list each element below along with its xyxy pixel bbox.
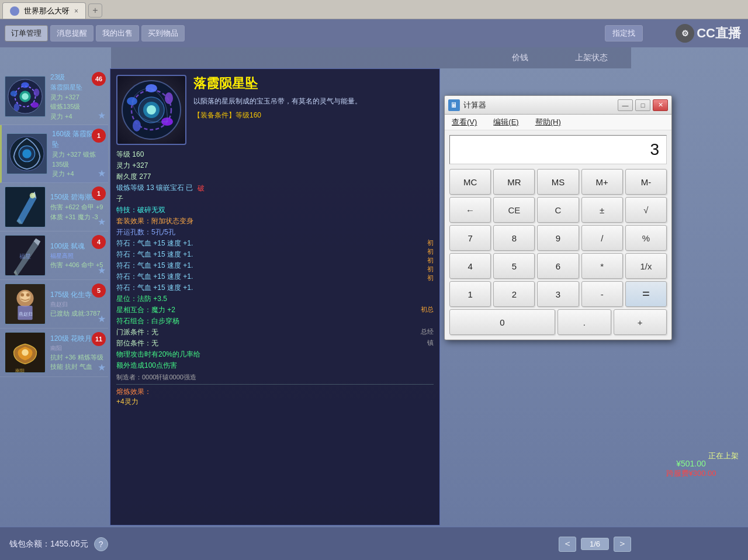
star-badge: 1 xyxy=(92,129,106,143)
cc-watermark: ⚙ CC直播 xyxy=(676,24,741,43)
calc-menu-edit[interactable]: 编辑(E) xyxy=(491,116,521,129)
tooltip-pos-cond: 部位条件：无 xyxy=(116,338,158,348)
calc-mplus-btn[interactable]: M+ xyxy=(581,169,623,195)
page-prev-btn[interactable]: ＜ xyxy=(559,537,576,552)
tooltip-gem-1: 符石：气血 +15 速度 +1. xyxy=(116,238,193,248)
price-area: ¥501.00 跨服费¥300.00 xyxy=(634,459,748,479)
calc-close-btn[interactable]: ✕ xyxy=(653,99,668,111)
calc-row-0: 0 . + xyxy=(449,309,667,335)
calc-9-btn[interactable]: 9 xyxy=(537,225,579,251)
star-icon: ★ xyxy=(98,313,106,324)
calc-ce-btn[interactable]: CE xyxy=(493,197,535,223)
calc-mc-btn[interactable]: MC xyxy=(449,169,491,195)
list-item[interactable]: 23级 落霞陨星坠 灵力 +327 锻炼135级 灵力 +4 46 ★ xyxy=(0,68,108,125)
tooltip-skill: 物理攻击时有20%的几率给 xyxy=(116,350,434,359)
calc-mminus-btn[interactable]: M- xyxy=(625,169,667,195)
calc-dot-btn[interactable]: . xyxy=(557,309,611,335)
my-items-btn[interactable]: 我的出售 xyxy=(96,25,139,42)
wallet-value: 1455.05元 xyxy=(50,539,88,549)
svg-point-24 xyxy=(20,293,24,296)
find-btn[interactable]: 指定找 xyxy=(605,25,643,42)
calc-6-btn[interactable]: 6 xyxy=(537,253,579,279)
calc-minimize-btn[interactable]: — xyxy=(618,99,633,111)
tab-favicon xyxy=(10,6,19,16)
list-item[interactable]: 燕赵归 175级 化生寺 燕赵归 已渡劫 成就:3787 5 ★ xyxy=(0,280,108,329)
calc-1-btn[interactable]: 1 xyxy=(449,281,491,307)
svg-point-5 xyxy=(14,103,20,112)
calc-maximize-btn[interactable]: □ xyxy=(635,99,650,111)
calc-row-memory: MC MR MS M+ M- xyxy=(449,169,667,195)
calc-display: 3 xyxy=(449,135,667,164)
price-col-header: 价钱 xyxy=(512,53,528,63)
calc-multiply-btn[interactable]: * xyxy=(581,253,623,279)
calc-sqrt-btn[interactable]: √ xyxy=(625,197,667,223)
calc-backspace-btn[interactable]: ← xyxy=(449,197,491,223)
calc-0-btn[interactable]: 0 xyxy=(449,309,555,335)
tooltip-gem-combo: 符石组合：白步穿杨 xyxy=(116,316,434,326)
tooltip-anchor: 镇 xyxy=(427,338,434,350)
tab-label: 世界那么大呀 xyxy=(24,6,70,16)
tooltip-extra-4: 初 xyxy=(427,265,434,274)
calc-title: 计算器 xyxy=(463,100,618,110)
tooltip-refine: 熔炼效果： xyxy=(116,387,434,397)
calc-sign-btn[interactable]: ± xyxy=(581,197,623,223)
page-indicator: 1/6 xyxy=(581,538,609,550)
svg-text:南阳: 南阳 xyxy=(15,368,25,373)
calc-minus-btn[interactable]: - xyxy=(581,281,623,307)
list-item[interactable]: 150级 碧海潮生 伤害 +622 命甲 +9 体质 +31 魔力 -3 1 ★ xyxy=(0,183,108,231)
tab-close-btn[interactable]: × xyxy=(74,7,78,15)
svg-point-8 xyxy=(22,93,29,100)
msg-alert-btn[interactable]: 消息提醒 xyxy=(50,25,94,42)
tooltip-forge-broken: 破 xyxy=(198,184,205,193)
calc-reciprocal-btn[interactable]: 1/x xyxy=(625,253,667,279)
list-item[interactable]: 160级 落霞陨星坠 灵力 +327 锻炼135级 灵力 +4 1 ★ xyxy=(0,125,108,183)
calc-5-btn[interactable]: 5 xyxy=(493,253,535,279)
list-item[interactable]: 南阳 120级 花映月 南阳 抗封 +36 精炼等级 技能 抗封 气血 11 ★ xyxy=(0,329,108,377)
order-mgmt-btn[interactable]: 订单管理 xyxy=(5,25,48,42)
calc-ms-btn[interactable]: MS xyxy=(537,169,579,195)
star-badge: 1 xyxy=(92,186,106,201)
browser-tab[interactable]: 世界那么大呀 × xyxy=(2,2,86,19)
list-item[interactable]: 福星 100级 弑魂 福星高照 伤害 +406 命中 +5 4 ★ xyxy=(0,231,108,280)
calc-menubar: 查看(V) 编辑(E) 帮助(H) xyxy=(445,115,671,130)
calc-mr-btn[interactable]: MR xyxy=(493,169,535,195)
star-badge: 4 xyxy=(92,235,106,249)
found-items-btn[interactable]: 买到物品 xyxy=(141,25,185,42)
wallet-label: 钱包余额： xyxy=(9,539,50,549)
star-icon: ★ xyxy=(98,265,106,276)
calc-menu-view[interactable]: 查看(V) xyxy=(449,116,479,129)
page-next-btn[interactable]: ＞ xyxy=(614,537,631,552)
tooltip-extra-2: 初 xyxy=(427,247,434,256)
calc-equals-btn[interactable]: = xyxy=(625,281,667,307)
calc-menu-help[interactable]: 帮助(H) xyxy=(533,116,563,129)
new-tab-btn[interactable]: + xyxy=(88,4,102,18)
calc-c-btn[interactable]: C xyxy=(537,197,579,223)
col-headers: 价钱 上架状态 xyxy=(111,47,631,68)
svg-point-35 xyxy=(147,105,156,115)
help-btn[interactable]: ? xyxy=(94,537,108,551)
page-nav: ＜ 1/6 ＞ xyxy=(559,537,631,552)
calc-4-btn[interactable]: 4 xyxy=(449,253,491,279)
item-image xyxy=(6,133,47,174)
tooltip-skill-cont: 额外造成100点伤害 xyxy=(116,361,434,371)
item-image: 福星 xyxy=(5,235,46,276)
calc-7-btn[interactable]: 7 xyxy=(449,225,491,251)
calc-8-btn[interactable]: 8 xyxy=(493,225,535,251)
tooltip-panel: 落霞陨星坠 以陨落的星辰制成的宝玉吊带，有莫名的灵气与能量。 【装备条件】等级1… xyxy=(110,68,440,526)
star-icon: ★ xyxy=(98,216,106,227)
star-icon: ★ xyxy=(98,362,106,373)
star-icon: ★ xyxy=(98,168,106,179)
calc-win-buttons: — □ ✕ xyxy=(618,99,668,111)
tooltip-stat-spirit: 灵力 +327 xyxy=(116,161,434,171)
calc-buttons: MC MR MS M+ M- ← CE C ± √ 7 8 9 / % xyxy=(445,167,671,340)
status-col-header: 上架状态 xyxy=(575,53,608,63)
calc-2-btn[interactable]: 2 xyxy=(493,281,535,307)
calc-percent-btn[interactable]: % xyxy=(625,225,667,251)
svg-point-4 xyxy=(31,102,39,108)
star-icon: ★ xyxy=(98,110,106,121)
calc-divide-btn[interactable]: / xyxy=(581,225,623,251)
calc-row-789: 7 8 9 / % xyxy=(449,225,667,251)
calc-plus-btn[interactable]: + xyxy=(614,309,667,335)
calc-3-btn[interactable]: 3 xyxy=(537,281,579,307)
tooltip-special: 特技：破碎无双 xyxy=(116,205,434,215)
